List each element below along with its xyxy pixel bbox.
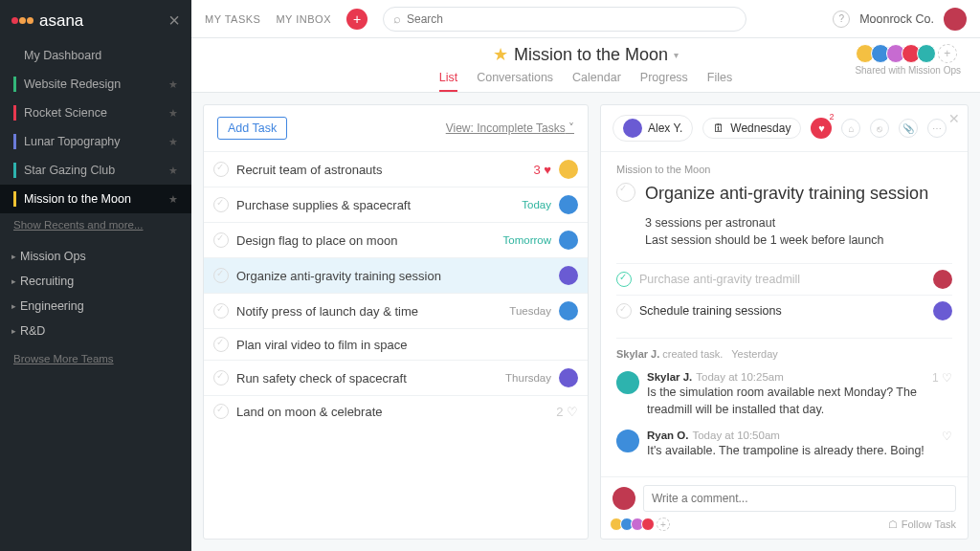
follower-avatar[interactable] <box>641 518 655 531</box>
add-task-button[interactable]: Add Task <box>217 117 287 140</box>
topbar: MY TASKS MY INBOX + ⌕ ? Moonrock Co. <box>191 0 980 38</box>
brand-name: asana <box>39 11 83 31</box>
assignee-avatar <box>559 301 578 320</box>
sidebar-team-item[interactable]: ▸R&D <box>0 319 191 343</box>
add-member-button[interactable]: + <box>938 44 957 63</box>
global-add-button[interactable]: + <box>346 9 368 30</box>
caret-right-icon: ▸ <box>11 276 16 286</box>
task-row[interactable]: Organize anti-gravity training session <box>204 257 588 293</box>
task-checkbox[interactable] <box>213 337 229 352</box>
task-row[interactable]: Notify press of launch day & timeTuesday <box>204 293 588 328</box>
due-date-pill[interactable]: 🗓 Wednesday <box>702 118 801 139</box>
sidebar-project-item[interactable]: Mission to the Moon★ <box>0 185 191 213</box>
help-button[interactable]: ? <box>833 11 850 28</box>
sidebar-header: asana × <box>0 0 191 41</box>
current-user-avatar[interactable] <box>944 8 967 31</box>
shared-with-label: Shared with Mission Ops <box>855 65 961 76</box>
main-area: MY TASKS MY INBOX + ⌕ ? Moonrock Co. ★ M… <box>191 0 980 551</box>
view-selector[interactable]: View: Incomplete Tasks ˅ <box>446 121 574 135</box>
task-row[interactable]: Design flag to place on moonTomorrow <box>204 222 588 257</box>
attachment-icon[interactable]: 📎 <box>899 119 918 138</box>
subtask-row[interactable]: Schedule training sessions <box>616 295 952 326</box>
due-label: Thursday <box>505 372 551 384</box>
task-checkbox[interactable] <box>213 303 229 319</box>
subtask-icon[interactable]: ⎋ <box>870 119 889 138</box>
project-tab[interactable]: List <box>439 71 457 92</box>
project-tab[interactable]: Progress <box>640 71 688 92</box>
task-row[interactable]: Plan viral video to film in space <box>204 328 588 360</box>
sidebar-project-item[interactable]: Lunar Topography★ <box>0 127 191 156</box>
task-checkbox[interactable] <box>213 404 229 419</box>
detail-task-title[interactable]: Organize anti-gravity training session <box>645 183 928 205</box>
assignee-avatar <box>559 195 578 214</box>
heart-count: 3 ♥ <box>533 163 551 177</box>
project-tab[interactable]: Conversations <box>477 71 553 92</box>
star-icon: ★ <box>168 193 178 206</box>
task-checkbox[interactable] <box>213 197 229 212</box>
sidebar-project-item[interactable]: Website Redesign★ <box>0 70 191 99</box>
subtask-row[interactable]: Purchase anti-gravity treadmill <box>616 263 952 295</box>
show-recents-link[interactable]: Show Recents and more... <box>0 213 191 236</box>
project-tab[interactable]: Calendar <box>572 71 621 92</box>
comment-input[interactable] <box>643 485 956 512</box>
nav-my-tasks[interactable]: MY TASKS <box>205 13 260 25</box>
task-checkbox[interactable] <box>213 370 229 386</box>
subtask-checkbox[interactable] <box>616 303 632 319</box>
sidebar-project-item[interactable]: Star Gazing Club★ <box>0 156 191 185</box>
tag-icon[interactable]: ⌂ <box>841 119 860 138</box>
search-input[interactable] <box>407 12 736 26</box>
chevron-down-icon[interactable]: ▾ <box>674 50 679 60</box>
caret-right-icon: ▸ <box>11 301 16 311</box>
like-button[interactable]: ♥2 <box>811 118 832 139</box>
comment-like-button[interactable]: ♡ <box>942 430 952 460</box>
sidebar-team-item[interactable]: ▸Recruiting <box>0 269 191 294</box>
browse-teams-link[interactable]: Browse More Teams <box>0 347 191 370</box>
task-history: Skylar J. created task. Yesterday <box>616 338 952 360</box>
more-actions-button[interactable]: ⋯ <box>927 119 947 138</box>
assignee-avatar <box>559 368 578 387</box>
star-icon[interactable]: ★ <box>493 44 508 65</box>
sidebar-project-item[interactable]: Rocket Science★ <box>0 99 191 127</box>
assignee-avatar <box>559 160 578 179</box>
project-tab[interactable]: Files <box>707 71 732 92</box>
star-icon: ★ <box>168 165 178 177</box>
search-box[interactable]: ⌕ <box>383 7 746 32</box>
task-list-panel: Add Task View: Incomplete Tasks ˅ Recrui… <box>203 104 589 540</box>
content-area: Add Task View: Incomplete Tasks ˅ Recrui… <box>191 93 980 551</box>
nav-my-inbox[interactable]: MY INBOX <box>276 13 331 25</box>
star-icon: ★ <box>168 107 178 120</box>
comment-like-button[interactable]: 1 ♡ <box>932 371 952 418</box>
comment-avatar <box>616 430 639 452</box>
calendar-icon: 🗓 <box>713 121 724 135</box>
task-row[interactable]: Land on moon & celebrate2 ♡ <box>204 395 588 427</box>
task-checkbox[interactable] <box>213 232 229 248</box>
sidebar-collapse-button[interactable]: × <box>168 10 180 32</box>
task-row[interactable]: Recruit team of astronauts3 ♥ <box>204 151 588 187</box>
assignee-pill[interactable]: Alex Y. <box>612 115 693 142</box>
add-follower-button[interactable]: + <box>657 518 670 531</box>
detail-footer: + ☖ Follow Task <box>601 476 968 539</box>
detail-breadcrumb[interactable]: Mission to the Moon <box>616 164 952 175</box>
task-row[interactable]: Run safety check of spacecraftThursday <box>204 360 588 395</box>
sidebar-team-item[interactable]: ▸Mission Ops <box>0 244 191 269</box>
task-checkbox[interactable] <box>213 162 229 177</box>
star-icon: ★ <box>168 78 178 91</box>
bell-icon: ☖ <box>888 518 898 531</box>
follow-task-button[interactable]: ☖ Follow Task <box>888 518 956 531</box>
sidebar-team-item[interactable]: ▸Engineering <box>0 294 191 319</box>
comment: Skylar J.Today at 10:25am Is the simulat… <box>616 371 952 418</box>
sidebar-project-item[interactable]: My Dashboard <box>0 41 191 70</box>
assignee-avatar <box>559 231 578 250</box>
task-row[interactable]: Purchase supplies & spacecraftToday <box>204 187 588 222</box>
due-label: Today <box>522 199 551 210</box>
caret-right-icon: ▸ <box>11 326 16 336</box>
task-description[interactable]: 3 sessions per astronaut Last session sh… <box>645 214 952 251</box>
complete-task-checkbox[interactable] <box>616 183 635 202</box>
workspace-name[interactable]: Moonrock Co. <box>859 12 934 26</box>
close-detail-button[interactable]: ✕ <box>948 111 960 126</box>
subtask-checkbox[interactable] <box>616 272 632 287</box>
brand-logo: asana <box>11 11 83 31</box>
task-checkbox[interactable] <box>213 268 229 283</box>
member-avatar[interactable] <box>917 44 936 63</box>
subtask-assignee-avatar <box>933 301 952 320</box>
